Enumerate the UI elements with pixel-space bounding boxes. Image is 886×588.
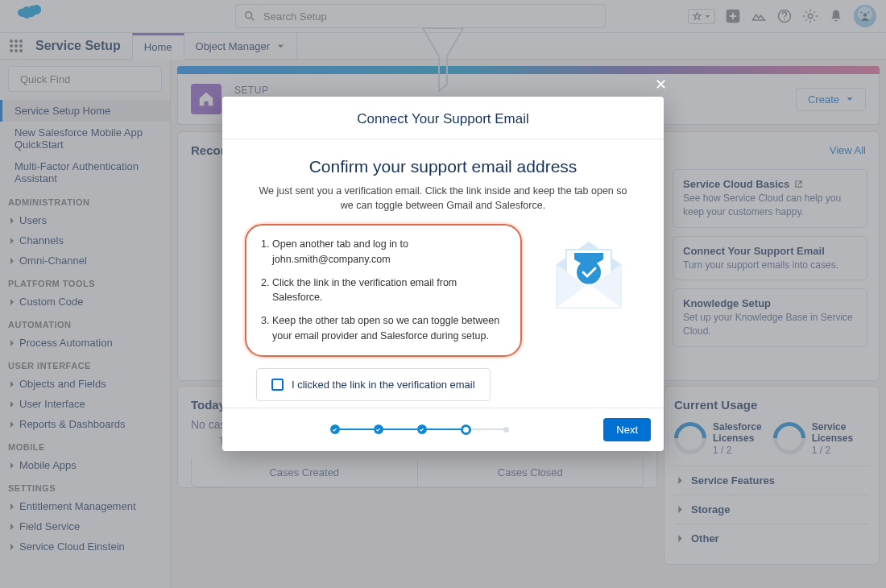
step-item: Open another tab and log in to john.smit…: [272, 237, 506, 267]
step-item: Keep the other tab open so we can toggle…: [272, 313, 506, 344]
checkbox[interactable]: [271, 379, 284, 391]
step-item: Click the link in the verification email…: [272, 275, 506, 306]
modal: ✕ Connect Your Support Email Confirm you…: [222, 97, 664, 451]
modal-overlay: ✕ Connect Your Support Email Confirm you…: [0, 0, 886, 588]
modal-header: Connect Your Support Email: [222, 97, 664, 139]
confirm-checkbox-row[interactable]: I clicked the link in the verification e…: [256, 368, 491, 401]
modal-title: Confirm your support email address: [245, 157, 641, 176]
progress-indicator: [235, 424, 603, 435]
step-done: [330, 424, 340, 434]
step-future: [503, 427, 509, 433]
checkbox-label: I clicked the link in the verification e…: [292, 379, 475, 391]
modal-desc: We just sent you a verification email. C…: [254, 184, 632, 213]
step-done: [417, 424, 427, 434]
envelope-icon: [536, 224, 641, 321]
modal-steps: Open another tab and log in to john.smit…: [245, 224, 522, 357]
step-done: [374, 424, 383, 434]
step-current: [461, 424, 471, 435]
next-button[interactable]: Next: [603, 418, 651, 441]
close-button[interactable]: ✕: [655, 76, 667, 93]
svg-point-19: [577, 260, 601, 284]
